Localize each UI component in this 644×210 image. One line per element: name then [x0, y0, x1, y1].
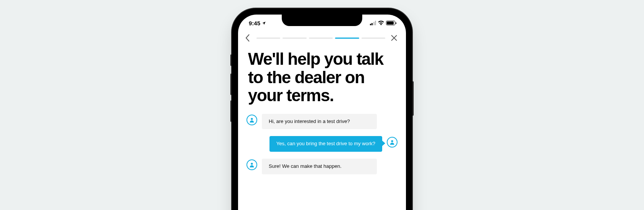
chat-message: Sure! We can make that happen.: [246, 159, 398, 174]
close-button[interactable]: [389, 33, 399, 43]
svg-point-2: [251, 163, 253, 165]
cellular-icon: [370, 21, 376, 25]
chat-bubble: Hi, are you interested in a test drive?: [262, 114, 377, 130]
svg-point-0: [251, 118, 253, 120]
progress-segment-active: [335, 38, 359, 39]
side-button: [230, 54, 232, 66]
chat-message: Yes, can you bring the test drive to my …: [246, 136, 398, 152]
avatar-icon: [246, 115, 257, 125]
nav-bar: [238, 31, 406, 44]
chat-bubble: Sure! We can make that happen.: [262, 159, 377, 174]
location-icon: [262, 20, 266, 26]
chat-list: Hi, are you interested in a test drive? …: [238, 114, 406, 175]
avatar-icon: [246, 159, 257, 170]
status-time: 9:45: [249, 20, 260, 26]
status-time-group: 9:45: [249, 20, 266, 26]
side-button: [412, 81, 414, 116]
progress-segment: [283, 38, 306, 39]
svg-point-1: [391, 140, 393, 142]
wifi-icon: [378, 21, 384, 25]
page-heading: We'll help you talk to the dealer on you…: [238, 44, 406, 114]
back-button[interactable]: [243, 33, 253, 43]
progress-segment: [309, 38, 333, 39]
phone-frame: 9:45: [232, 8, 412, 210]
side-button: [230, 74, 232, 95]
progress-segment: [361, 38, 385, 39]
progress-bar: [256, 38, 385, 39]
chat-message: Hi, are you interested in a test drive?: [246, 114, 398, 130]
chat-bubble: Yes, can you bring the test drive to my …: [269, 136, 382, 152]
side-button: [230, 100, 232, 122]
phone-screen: 9:45: [238, 15, 406, 210]
status-indicators: [370, 21, 396, 25]
avatar-icon: [387, 137, 398, 148]
phone-notch: [282, 15, 362, 26]
battery-icon: [386, 21, 395, 25]
progress-segment: [256, 38, 280, 39]
